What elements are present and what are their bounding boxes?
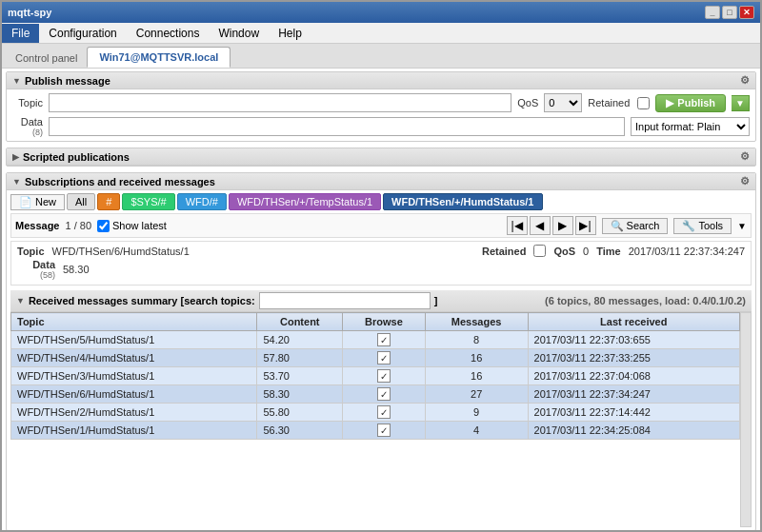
tools-button[interactable]: 🔧 Tools — [673, 218, 732, 234]
nav-first-button[interactable]: |◀ — [507, 216, 528, 235]
menu-file[interactable]: File — [2, 24, 39, 43]
table-scroll-area[interactable]: Topic Content Browse Messages Last recei… — [10, 312, 740, 527]
scripted-publications-section: ▶ Scripted publications ⚙ — [6, 148, 756, 167]
cell-browse: ✓ — [343, 367, 426, 385]
gear-icon[interactable]: ⚙ — [740, 74, 750, 87]
show-latest-label: Show latest — [112, 220, 167, 231]
input-format-select[interactable]: Input format: Plain Input format: Base64 — [631, 117, 750, 136]
table-row[interactable]: WFD/THSen/1/HumdStatus/156.30✓42017/03/1… — [11, 422, 740, 440]
subscriptions-collapse-arrow: ▼ — [12, 177, 21, 187]
new-subscription-button[interactable]: 📄 New — [10, 194, 65, 210]
tab-sys[interactable]: $SYS/# — [122, 193, 174, 210]
cell-last-received: 2017/03/11 22:37:04:068 — [528, 367, 739, 385]
summary-search-row: ▼ Received messages summary [search topi… — [16, 292, 437, 309]
browse-checkbox[interactable]: ✓ — [377, 333, 391, 346]
summary-stats: (6 topics, 80 messages, load: 0.4/0.1/0.… — [545, 295, 746, 306]
publish-message-section: ▼ Publish message ⚙ Topic QoS 0 1 2 Reta… — [6, 71, 756, 142]
msg-time-value: 2017/03/11 22:37:34:247 — [629, 246, 745, 257]
tools-dropdown-arrow[interactable]: ▼ — [737, 221, 747, 231]
scripted-publications-header[interactable]: ▶ Scripted publications ⚙ — [7, 148, 755, 166]
publish-button[interactable]: ▶ Publish — [655, 94, 726, 112]
cell-browse: ✓ — [343, 331, 426, 349]
table-row[interactable]: WFD/THSen/3/HumdStatus/153.70✓162017/03/… — [11, 367, 740, 385]
message-detail: Topic WFD/THSen/6/HumdStatus/1 Retained … — [10, 241, 752, 286]
browse-checkbox[interactable]: ✓ — [377, 387, 391, 401]
topic-input[interactable] — [49, 93, 511, 112]
tab-hash[interactable]: # — [97, 193, 120, 210]
collapse-arrow: ▼ — [12, 76, 21, 86]
subscriptions-gear-icon[interactable]: ⚙ — [740, 175, 750, 187]
publish-dropdown-arrow[interactable]: ▼ — [732, 95, 750, 111]
browse-checkbox[interactable]: ✓ — [377, 405, 391, 419]
cell-topic: WFD/THSen/6/HumdStatus/1 — [11, 385, 257, 404]
tab-temp[interactable]: WFD/THSen/+/TempStatus/1 — [229, 193, 381, 210]
publish-message-header[interactable]: ▼ Publish message ⚙ — [7, 72, 755, 89]
summary-close-bracket: ] — [434, 295, 438, 306]
cell-content: 54.20 — [257, 331, 343, 349]
tab-all[interactable]: All — [67, 193, 95, 210]
retained-label: Retained — [588, 97, 630, 108]
cell-messages: 27 — [425, 385, 528, 404]
control-panel-label: Control panel — [6, 49, 87, 68]
title-bar: mqtt-spy _ □ ✕ — [2, 2, 760, 23]
nav-prev-button[interactable]: ◀ — [530, 216, 551, 235]
msg-data-row: Data (58) 58.30 — [17, 259, 745, 280]
table-row[interactable]: WFD/THSen/6/HumdStatus/158.30✓272017/03/… — [11, 385, 740, 404]
browse-checkbox[interactable]: ✓ — [377, 424, 391, 437]
scripted-collapse-arrow: ▶ — [12, 152, 19, 162]
table-row[interactable]: WFD/THSen/2/HumdStatus/155.80✓92017/03/1… — [11, 404, 740, 422]
msg-data-value: 58.30 — [63, 264, 90, 275]
menu-help[interactable]: Help — [269, 24, 311, 43]
tools-icon: 🔧 — [682, 220, 695, 232]
summary-header: ▼ Received messages summary [search topi… — [10, 290, 752, 312]
browse-checkbox[interactable]: ✓ — [377, 351, 391, 365]
table-row[interactable]: WFD/THSen/5/HumdStatus/154.20✓82017/03/1… — [11, 331, 740, 349]
qos-select[interactable]: 0 1 2 — [544, 93, 582, 112]
menu-configuration[interactable]: Configuration — [39, 24, 126, 43]
maximize-button[interactable]: □ — [722, 6, 737, 19]
msg-data-label: Data — [32, 259, 55, 270]
cell-browse: ✓ — [343, 422, 426, 440]
binoculars-icon: 🔍 — [611, 220, 624, 232]
tab-wfd-hash[interactable]: WFD/# — [177, 193, 227, 210]
close-button[interactable]: ✕ — [739, 6, 754, 19]
minimize-button[interactable]: _ — [705, 6, 720, 19]
table-row[interactable]: WFD/THSen/4/HumdStatus/157.80✓162017/03/… — [11, 349, 740, 367]
data-sub-label: (8) — [12, 128, 43, 137]
summary-search-input[interactable] — [259, 292, 431, 309]
scripted-gear-icon[interactable]: ⚙ — [740, 150, 750, 163]
browse-checkbox[interactable]: ✓ — [377, 369, 391, 383]
msg-time-label: Time — [596, 246, 620, 257]
publish-message-title: Publish message — [25, 75, 110, 87]
msg-retained-label: Retained — [482, 246, 526, 257]
subscriptions-header[interactable]: ▼ Subscriptions and received messages ⚙ — [7, 173, 755, 190]
cell-topic: WFD/THSen/2/HumdStatus/1 — [11, 404, 257, 422]
menu-connections[interactable]: Connections — [127, 24, 210, 43]
table-container: Topic Content Browse Messages Last recei… — [10, 312, 752, 527]
tab-connection[interactable]: Win71@MQTTSVR.local — [87, 47, 231, 68]
scrollbar[interactable] — [740, 312, 752, 527]
tab-humd-active[interactable]: WFD/THSen/+/HumdStatus/1 — [383, 193, 542, 210]
main-content: ▼ Publish message ⚙ Topic QoS 0 1 2 Reta… — [2, 69, 760, 532]
msg-topic-value: WFD/THSen/6/HumdStatus/1 — [52, 246, 190, 257]
subscriptions-title: Subscriptions and received messages — [25, 176, 215, 187]
new-icon: 📄 — [19, 196, 32, 208]
search-button[interactable]: 🔍 Search — [602, 218, 669, 234]
nav-last-button[interactable]: ▶| — [575, 216, 596, 235]
summary-collapse-arrow: ▼ — [16, 296, 25, 305]
data-input[interactable] — [49, 117, 625, 136]
messages-table: Topic Content Browse Messages Last recei… — [10, 312, 740, 440]
msg-qos-value: 0 — [583, 246, 589, 257]
retained-checkbox[interactable] — [637, 97, 650, 109]
col-content: Content — [257, 313, 343, 331]
nav-next-button[interactable]: ▶ — [552, 216, 573, 235]
cell-content: 57.80 — [257, 349, 343, 367]
msg-data-sub: (58) — [40, 270, 55, 280]
table-header-row: Topic Content Browse Messages Last recei… — [11, 313, 740, 331]
message-bar: Message 1 / 80 Show latest |◀ ◀ ▶ ▶| 🔍 — [10, 213, 752, 238]
menu-window[interactable]: Window — [209, 24, 269, 43]
publish-label: Publish — [677, 97, 715, 108]
show-latest-checkbox[interactable] — [97, 220, 110, 232]
show-latest-row: Show latest — [97, 220, 167, 232]
cell-browse: ✓ — [343, 404, 426, 422]
